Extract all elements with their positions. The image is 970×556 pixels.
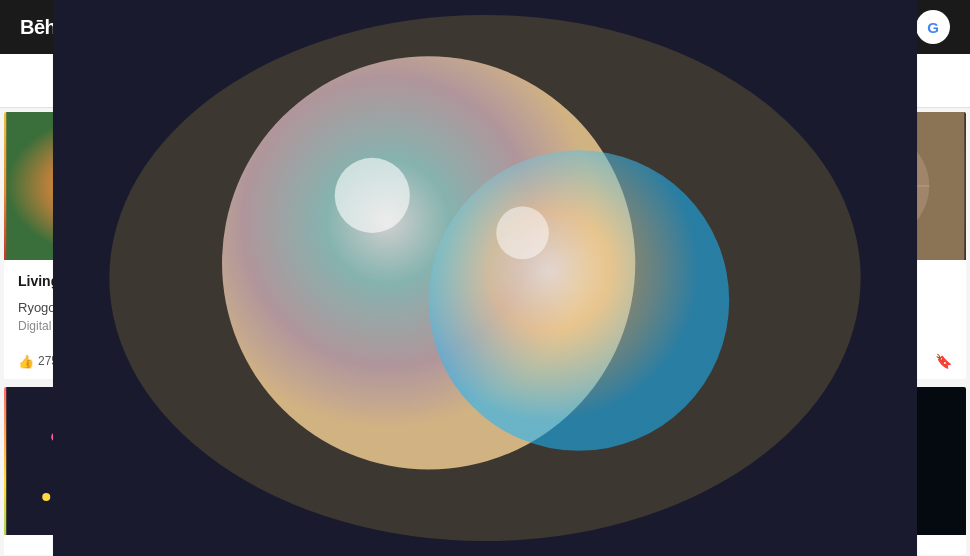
card-7-image[interactable]	[489, 387, 724, 535]
card-7	[489, 387, 724, 555]
project-grid: Living Thing+Technology Ryogo Toyoda Dig…	[0, 108, 970, 556]
